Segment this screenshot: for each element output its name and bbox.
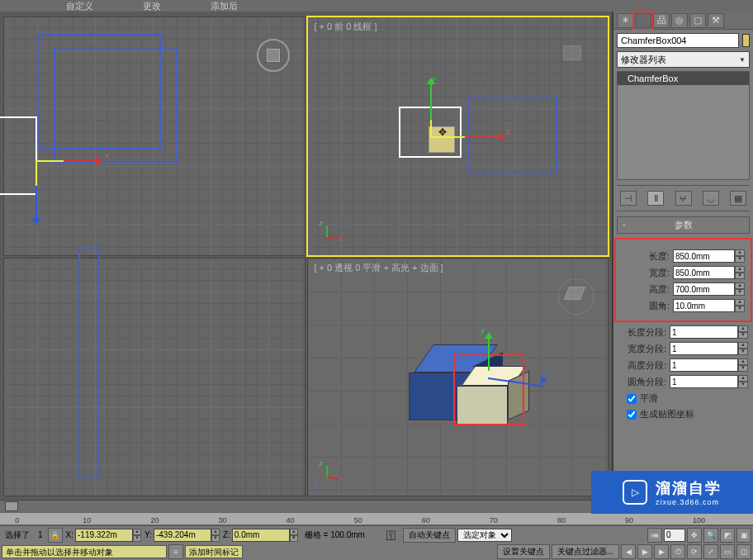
fov-tool-button[interactable]: ◩ bbox=[720, 528, 735, 543]
smooth-checkbox[interactable] bbox=[627, 394, 637, 404]
play-button[interactable]: ▶ bbox=[637, 544, 652, 559]
play-prev-key-button[interactable]: ◀ bbox=[621, 544, 636, 559]
set-key-button[interactable]: 设置关键点 bbox=[497, 544, 550, 559]
lock-selection-button[interactable]: 🔒 bbox=[48, 528, 63, 543]
grid-readout: 栅格 = 100.0mm bbox=[300, 529, 370, 541]
param-label: 宽度分段: bbox=[618, 343, 670, 355]
fillet-seg-input[interactable] bbox=[670, 375, 738, 388]
orbit-tool-button[interactable]: ⟳ bbox=[687, 544, 702, 559]
spinner-up[interactable]: ▲ bbox=[738, 358, 748, 365]
pin-stack-button[interactable]: ⊣ bbox=[620, 191, 637, 206]
spinner-up[interactable]: ▲ bbox=[735, 299, 745, 306]
spinner-up[interactable]: ▲ bbox=[738, 375, 748, 382]
time-config-button[interactable]: ⏱ bbox=[670, 544, 685, 559]
generate-mapping-checkbox[interactable] bbox=[627, 410, 637, 420]
spinner-down[interactable]: ▼ bbox=[133, 535, 141, 542]
param-row-height: 高度:▲▼ bbox=[622, 282, 745, 297]
spinner-down[interactable]: ▼ bbox=[738, 332, 748, 339]
command-panel: ✳ ◟ 品 ◎ ▢ ⚒ 修改器列表 ChamferBox ⊣ Ⅱ ⩝ bbox=[613, 12, 753, 500]
hierarchy-tab[interactable]: 品 bbox=[653, 13, 670, 28]
length-input[interactable] bbox=[673, 249, 735, 263]
key-icon: ⚿ bbox=[381, 529, 401, 542]
maximize-viewport-button[interactable]: ▣ bbox=[736, 528, 751, 543]
viewport-perspective[interactable]: [ + 0 透视 0 平滑 + 高光 + 边面 ] bbox=[307, 258, 609, 497]
display-tab[interactable]: ▢ bbox=[689, 13, 706, 28]
object-color-swatch[interactable] bbox=[742, 34, 750, 47]
view-cube-icon[interactable] bbox=[252, 34, 295, 77]
viewport-top-left[interactable]: x bbox=[3, 17, 305, 256]
time-slider-thumb[interactable] bbox=[5, 501, 18, 511]
zoom-tool-button[interactable]: 🔍 bbox=[703, 528, 718, 543]
height-seg-input[interactable] bbox=[670, 358, 738, 372]
spinner-down[interactable]: ▼ bbox=[735, 289, 745, 296]
auto-key-button[interactable]: 自动关键点 bbox=[403, 528, 456, 543]
time-ruler[interactable]: 0 10 20 30 40 50 60 70 80 90 100 bbox=[0, 512, 753, 525]
spinner-up[interactable]: ▲ bbox=[290, 529, 298, 535]
length-seg-input[interactable] bbox=[670, 325, 738, 339]
move-cursor-icon: ✥ bbox=[438, 126, 447, 138]
time-tag-button[interactable]: 添加时间标记 bbox=[185, 545, 243, 558]
fillet-input[interactable] bbox=[673, 299, 735, 312]
spinner-down[interactable]: ▼ bbox=[211, 535, 220, 542]
script-listener-button[interactable]: ≡ bbox=[168, 544, 183, 559]
spinner-down[interactable]: ▼ bbox=[735, 273, 745, 279]
spinner-up[interactable]: ▲ bbox=[133, 529, 141, 535]
key-target-select[interactable]: 选定对象 bbox=[457, 529, 512, 542]
viewport-front[interactable]: [ + 0 前 0 线框 ] y x ✥ x bbox=[307, 17, 609, 256]
height-input[interactable] bbox=[673, 282, 735, 296]
spinner-down[interactable]: ▼ bbox=[735, 306, 745, 312]
width-seg-input[interactable] bbox=[670, 342, 738, 355]
spinner-up[interactable]: ▲ bbox=[735, 249, 745, 256]
hint-text: 单击并拖动以选择并移动对象 bbox=[2, 545, 167, 558]
menu-item[interactable]: 添加后 bbox=[211, 0, 238, 12]
width-input[interactable] bbox=[673, 266, 735, 279]
rollout-header[interactable]: 参数 bbox=[617, 216, 750, 234]
utilities-tab[interactable]: ⚒ bbox=[708, 13, 724, 28]
z-coord-input[interactable] bbox=[232, 529, 290, 542]
hierarchy-icon: 品 bbox=[657, 14, 666, 26]
display-icon: ▢ bbox=[694, 15, 702, 26]
region-zoom-button[interactable]: ▭ bbox=[720, 544, 735, 559]
modify-tab[interactable]: ◟ bbox=[635, 13, 651, 28]
configure-sets-button[interactable]: ▦ bbox=[730, 191, 746, 206]
motion-tab[interactable]: ◎ bbox=[671, 13, 688, 28]
spinner-down[interactable]: ▼ bbox=[738, 382, 748, 388]
x-coord-input[interactable] bbox=[75, 529, 133, 542]
viewport-bottom-left[interactable] bbox=[3, 258, 305, 497]
key-filters-button[interactable]: 关键点过滤器... bbox=[552, 544, 619, 559]
zoom-extents-button[interactable]: ⤢ bbox=[703, 544, 718, 559]
status-row-2: 单击并拖动以选择并移动对象 ≡ 添加时间标记 设置关键点 关键点过滤器... ◀… bbox=[0, 543, 753, 560]
command-panel-tabs: ✳ ◟ 品 ◎ ▢ ⚒ bbox=[613, 12, 753, 30]
menu-item[interactable]: 自定义 bbox=[66, 0, 93, 12]
spinner-up[interactable]: ▲ bbox=[738, 325, 748, 332]
play-next-key-button[interactable]: ▶ bbox=[654, 544, 669, 559]
menu-item[interactable]: 更改 bbox=[143, 0, 161, 12]
param-row-fillet: 圆角:▲▼ bbox=[622, 298, 745, 313]
create-tab[interactable]: ✳ bbox=[617, 13, 633, 28]
current-frame-input[interactable] bbox=[664, 529, 685, 542]
remove-modifier-button[interactable]: ◡ bbox=[703, 191, 719, 206]
min-max-toggle-button[interactable]: ◫ bbox=[736, 544, 751, 559]
modifier-stack[interactable]: ChamferBox bbox=[617, 71, 750, 180]
view-cube-icon[interactable] bbox=[555, 275, 598, 318]
show-end-result-button[interactable]: Ⅱ bbox=[647, 191, 664, 206]
modifier-list-dropdown[interactable]: 修改器列表 bbox=[617, 51, 750, 68]
spinner-up[interactable]: ▲ bbox=[211, 529, 220, 535]
modifier-stack-item[interactable]: ChamferBox bbox=[618, 72, 749, 85]
view-cube-icon[interactable] bbox=[555, 34, 598, 77]
spinner-down[interactable]: ▼ bbox=[290, 535, 298, 542]
spinner-up[interactable]: ▲ bbox=[738, 342, 748, 349]
spinner-down[interactable]: ▼ bbox=[738, 365, 748, 372]
param-label: 高度: bbox=[622, 283, 673, 296]
object-name-input[interactable] bbox=[617, 33, 739, 48]
pan-tool-button[interactable]: ✥ bbox=[687, 528, 702, 543]
play-start-button[interactable]: ⏮ bbox=[647, 528, 662, 543]
spinner-down[interactable]: ▼ bbox=[738, 349, 748, 355]
watermark-url: zixue.3d66.com bbox=[656, 498, 722, 506]
y-coord-input[interactable] bbox=[154, 529, 211, 542]
spinner-up[interactable]: ▲ bbox=[735, 282, 745, 289]
spinner-down[interactable]: ▼ bbox=[735, 256, 745, 263]
param-row-width: 宽度:▲▼ bbox=[622, 265, 745, 280]
make-unique-button[interactable]: ⩝ bbox=[675, 191, 692, 206]
spinner-up[interactable]: ▲ bbox=[735, 266, 745, 273]
